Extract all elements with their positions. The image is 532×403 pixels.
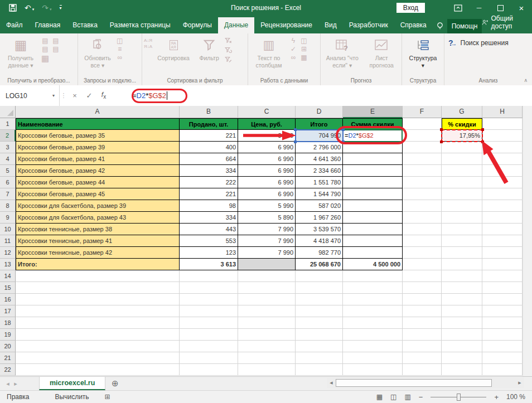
cell-G21[interactable] [442,352,482,364]
cell-G17[interactable] [442,305,482,317]
save-icon[interactable] [9,4,17,12]
zoom-in-button[interactable]: + [494,393,499,401]
cell-A20[interactable] [16,341,180,352]
forecast-sheet-button[interactable]: Лист прогноза [363,35,400,71]
vertical-scrollbar[interactable]: ▲ ▼ [523,106,532,376]
cell-G10[interactable] [442,224,482,235]
cell-C5[interactable]: 6 990 [238,165,296,177]
formula-bar-handle[interactable]: ⋮ [60,92,67,99]
cell-B21[interactable] [180,352,238,364]
cell-E9[interactable] [343,212,403,224]
cell-B6[interactable]: 222 [180,177,238,188]
cell-D5[interactable]: 2 334 660 [296,165,343,177]
cell-H4[interactable] [482,153,523,165]
existing-connections-icon[interactable]: ▤ [51,46,60,52]
cell-D19[interactable] [296,329,343,341]
scroll-left-icon[interactable]: ◀ [327,381,336,385]
row-header-11[interactable]: 11 [0,235,16,247]
cell-F12[interactable] [403,247,442,259]
column-header-F[interactable]: F [403,106,442,118]
sheet-tab-active[interactable]: microexcel.ru [39,377,105,390]
ribbon-display-options-button[interactable] [447,0,468,16]
row-header-17[interactable]: 17 [0,305,16,317]
cell-C14[interactable] [238,270,296,282]
cell-F7[interactable] [403,188,442,200]
cell-E10[interactable] [343,224,403,235]
cell-D10[interactable]: 3 539 570 [296,224,343,235]
cell-H10[interactable] [482,224,523,235]
row-header-10[interactable]: 10 [0,224,16,235]
cell-E5[interactable] [343,165,403,177]
cell-F11[interactable] [403,235,442,247]
cell-A13[interactable]: Итого: [16,259,180,270]
cell-E1[interactable]: Сумма скидки [343,118,403,130]
cell-C21[interactable] [238,352,296,364]
from-text-csv-icon[interactable]: ▤ [41,37,50,44]
zoom-out-button[interactable]: − [419,393,423,401]
cell-F4[interactable] [403,153,442,165]
cell-A14[interactable] [16,270,180,282]
data-validation-icon[interactable]: ✓ [289,46,298,52]
cell-E11[interactable] [343,235,403,247]
cell-D11[interactable]: 4 418 470 [296,235,343,247]
cell-F15[interactable] [403,282,442,294]
enter-button[interactable]: ✓ [82,91,96,100]
cell-G22[interactable] [442,364,482,376]
row-header-12[interactable]: 12 [0,247,16,259]
cell-D4[interactable]: 4 641 360 [296,153,343,165]
cell-H17[interactable] [482,305,523,317]
cell-D21[interactable] [296,352,343,364]
column-header-E[interactable]: E [343,106,403,118]
get-data-button[interactable]: ▦ Получить данные ▾ [2,35,40,71]
cell-E14[interactable] [343,270,403,282]
cell-H11[interactable] [482,235,523,247]
cell-F14[interactable] [403,270,442,282]
cell-A4[interactable]: Кроссовки беговые, размер 41 [16,153,180,165]
cell-A15[interactable] [16,282,180,294]
manage-data-model-icon[interactable]: ▦ [299,54,308,61]
cell-H20[interactable] [482,341,523,352]
cell-H15[interactable] [482,282,523,294]
queries-connections-icon[interactable]: ◫ [117,37,123,44]
undo-button[interactable]: ↶▾ [25,4,34,12]
zoom-level[interactable]: 100 % [506,393,525,401]
column-header-D[interactable]: D [296,106,343,118]
cell-H8[interactable] [482,200,523,212]
cell-C3[interactable]: 6 990 [238,142,296,153]
cell-D6[interactable]: 1 551 780 [296,177,343,188]
cell-C17[interactable] [238,305,296,317]
cell-C20[interactable] [238,341,296,352]
cell-C19[interactable] [238,329,296,341]
cell-D20[interactable] [296,341,343,352]
tab-Файл[interactable]: Файл [0,17,29,33]
row-header-21[interactable]: 21 [0,352,16,364]
cell-A2[interactable]: Кроссовки беговые, размер 35 [16,130,180,142]
next-sheet-button[interactable]: ▸ [8,377,23,390]
calculate-indicator[interactable]: Вычислить [30,393,89,401]
cell-B1[interactable]: Продано, шт. [180,118,238,130]
from-table-range-icon[interactable]: ▦ [41,54,50,62]
cell-C18[interactable] [238,317,296,329]
cell-C15[interactable] [238,282,296,294]
cell-G7[interactable] [442,188,482,200]
cell-G12[interactable] [442,247,482,259]
row-header-2[interactable]: 2 [0,130,16,142]
horizontal-scrollbar[interactable]: ◀ ▶ [327,378,524,388]
cell-H22[interactable] [482,364,523,376]
row-header-13[interactable]: 13 [0,259,16,270]
cell-F20[interactable] [403,341,442,352]
cell-G15[interactable] [442,282,482,294]
cell-E20[interactable] [343,341,403,352]
cell-A3[interactable]: Кроссовки беговые, размер 39 [16,142,180,153]
cell-B17[interactable] [180,305,238,317]
row-header-19[interactable]: 19 [0,329,16,341]
sign-in-button[interactable]: Вход [396,3,425,13]
tab-Разработчик[interactable]: Разработчик [343,17,394,33]
sort-button[interactable]: ЯААЯ Сортировка [153,35,194,64]
cell-C11[interactable]: 7 990 [238,235,296,247]
row-header-5[interactable]: 5 [0,165,16,177]
cell-H7[interactable] [482,188,523,200]
cell-C4[interactable]: 6 990 [238,153,296,165]
cell-A10[interactable]: Кроссовки теннисные, размер 38 [16,224,180,235]
cell-E2[interactable]: =D2*$G$2 [343,130,403,142]
